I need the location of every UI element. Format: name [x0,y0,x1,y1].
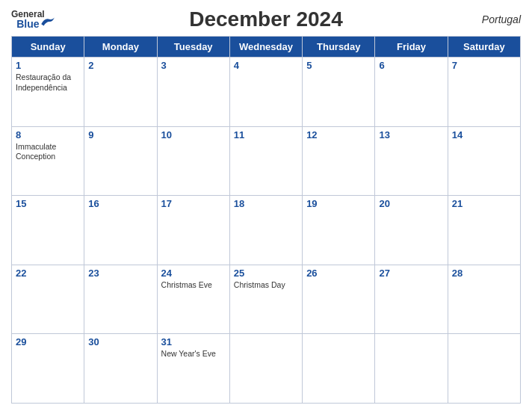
day-header-monday: Monday [84,37,157,58]
day-number: 26 [306,268,371,279]
logo-blue-text: Blue [16,18,39,30]
day-number: 16 [88,198,152,209]
day-number: 22 [16,268,80,279]
day-cell: 3 [157,58,229,127]
day-number: 17 [161,198,226,209]
day-cell: 19 [303,196,375,265]
day-number: 21 [452,198,516,209]
day-number: 13 [379,129,443,140]
day-cell: 10 [157,126,229,196]
day-cell: 20 [375,196,448,265]
event-label: Christmas Eve [161,280,226,291]
logo: General Blue [11,10,45,29]
day-number: 29 [16,336,80,347]
day-number: 23 [88,268,152,279]
day-number: 25 [234,268,298,279]
day-cell: 2 [84,58,157,127]
event-label: Christmas Day [234,280,298,291]
day-number: 31 [161,336,226,347]
day-number: 10 [161,129,226,140]
week-row-5: 293031New Year's Eve [12,334,521,404]
day-number: 2 [88,60,152,71]
day-cell: 16 [84,196,157,265]
day-number: 30 [88,336,152,347]
day-cell: 22 [12,265,84,334]
day-number: 20 [379,198,443,209]
day-number: 4 [234,60,298,71]
day-cell [303,334,375,404]
day-cell: 18 [229,196,302,265]
day-cell: 23 [84,265,157,334]
day-number: 14 [452,129,516,140]
week-row-1: 1Restauração da Independência234567 [12,58,521,127]
day-cell: 15 [12,196,84,265]
day-header-saturday: Saturday [448,37,520,58]
day-number: 6 [379,60,443,71]
day-cell: 7 [448,58,520,127]
day-header-tuesday: Tuesday [157,37,229,58]
day-number: 15 [16,198,80,209]
day-number: 8 [16,129,80,140]
day-number: 18 [234,198,298,209]
day-cell: 25Christmas Day [229,265,302,334]
country-label: Portugal [482,13,521,25]
day-header-friday: Friday [375,37,448,58]
day-cell: 11 [229,126,302,196]
week-row-3: 15161718192021 [12,196,521,265]
day-cell: 9 [84,126,157,196]
calendar-title: December 2024 [189,7,342,31]
day-cell: 12 [303,126,375,196]
day-cell: 13 [375,126,448,196]
day-cell: 24Christmas Eve [157,265,229,334]
day-cell: 21 [448,196,520,265]
day-cell: 4 [229,58,302,127]
day-header-sunday: Sunday [12,37,84,58]
week-row-2: 8Immaculate Conception91011121314 [12,126,521,196]
day-cell: 14 [448,126,520,196]
day-cell: 6 [375,58,448,127]
day-cell: 31New Year's Eve [157,334,229,404]
event-label: Restauração da Independência [16,72,80,93]
calendar-table: SundayMondayTuesdayWednesdayThursdayFrid… [11,36,521,404]
day-cell: 30 [84,334,157,404]
day-number: 9 [88,129,152,140]
calendar-header: General Blue December 2024 Portugal [11,7,521,31]
day-number: 11 [234,129,298,140]
day-number: 1 [16,60,80,71]
days-header-row: SundayMondayTuesdayWednesdayThursdayFrid… [12,37,521,58]
week-row-4: 222324Christmas Eve25Christmas Day262728 [12,265,521,334]
day-cell: 28 [448,265,520,334]
day-cell [229,334,302,404]
day-header-thursday: Thursday [303,37,375,58]
day-cell [375,334,448,404]
day-number: 3 [161,60,226,71]
day-cell [448,334,520,404]
day-header-wednesday: Wednesday [229,37,302,58]
day-cell: 27 [375,265,448,334]
day-cell: 26 [303,265,375,334]
day-number: 5 [306,60,371,71]
day-cell: 17 [157,196,229,265]
day-number: 27 [379,268,443,279]
logo-bird-icon [40,16,56,28]
day-number: 19 [306,198,371,209]
event-label: New Year's Eve [161,349,226,359]
day-number: 12 [306,129,371,140]
day-cell: 8Immaculate Conception [12,126,84,196]
day-number: 24 [161,268,226,279]
day-cell: 29 [12,334,84,404]
day-number: 7 [452,60,516,71]
day-cell: 1Restauração da Independência [12,58,84,127]
event-label: Immaculate Conception [16,142,80,162]
day-cell: 5 [303,58,375,127]
day-number: 28 [452,268,516,279]
